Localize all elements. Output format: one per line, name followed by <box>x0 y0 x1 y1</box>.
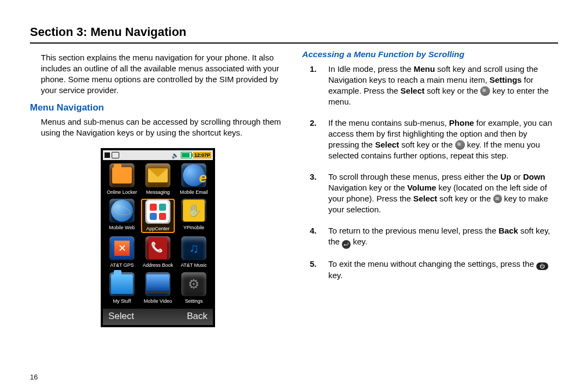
step-text: soft key or the <box>437 194 493 203</box>
app-appcenter[interactable]: AppCenter <box>141 199 175 233</box>
app-mobile-video[interactable]: Mobile Video <box>141 272 175 304</box>
step-1: In Idle mode, press the Menu soft key an… <box>323 64 558 108</box>
step-4: To return to the previous menu level, pr… <box>323 225 558 249</box>
end-key-icon: ⏻ <box>536 262 548 270</box>
step-bold: Select <box>413 194 437 203</box>
app-label: Address Book <box>143 262 173 268</box>
phone-screenshot: 🔈 12:07P Online Locker Messaging <box>101 148 215 327</box>
page-number: 16 <box>30 372 38 382</box>
app-mobile-email[interactable]: Mobile Email <box>177 163 211 195</box>
section-title: Section 3: Menu Navigation <box>30 24 558 40</box>
step-text: To return to the previous menu level, pr… <box>328 226 499 235</box>
subheading-menu-navigation: Menu Navigation <box>30 102 286 114</box>
app-label: AT&T Music <box>181 262 207 268</box>
app-label: YPmobile <box>183 224 205 231</box>
app-address-book[interactable]: Address Book <box>141 236 175 268</box>
ok-key-icon <box>480 86 490 96</box>
step-text: In Idle mode, press the <box>328 64 414 74</box>
app-att-gps[interactable]: AT&T GPS <box>105 236 139 268</box>
app-online-locker[interactable]: Online Locker <box>105 163 139 195</box>
app-label: AppCenter <box>146 225 169 232</box>
step-bold: Down <box>523 172 546 181</box>
phone-app-grid: Online Locker Messaging Mobile Email Mob… <box>103 160 213 309</box>
ok-key-icon <box>455 140 465 150</box>
signal-icon <box>105 152 110 158</box>
step-text: or <box>511 172 523 181</box>
left-column: This section explains the menu navigatio… <box>30 49 286 327</box>
app-label: Mobile Web <box>109 224 134 231</box>
step-text: To scroll through these menus, press eit… <box>328 172 500 181</box>
intro-paragraph: This section explains the menu navigatio… <box>41 52 286 96</box>
app-label: Settings <box>185 298 203 304</box>
app-label: Messaging <box>146 189 170 195</box>
sim-icon <box>112 152 119 158</box>
step-text: soft key or the <box>399 140 455 149</box>
volume-icon: 🔈 <box>171 151 179 160</box>
step-bold: Phone <box>449 118 474 127</box>
app-mobile-web[interactable]: Mobile Web <box>105 199 139 233</box>
step-bold: Up <box>500 172 511 181</box>
step-bold: Volume <box>407 183 436 192</box>
section-rule <box>30 42 558 44</box>
battery-icon <box>181 152 192 158</box>
softkey-back[interactable]: Back <box>187 310 207 323</box>
step-text: key. <box>328 271 342 280</box>
app-messaging[interactable]: Messaging <box>141 163 175 195</box>
step-3: To scroll through these menus, press eit… <box>323 171 558 216</box>
step-text: Navigation key or the <box>328 183 407 192</box>
subheading-accessing: Accessing a Menu Function by Scrolling <box>302 49 558 60</box>
step-text: If the menu contains sub-menus, <box>328 118 449 127</box>
back-key-icon: ⮐ <box>342 240 351 249</box>
softkey-select[interactable]: Select <box>108 310 134 323</box>
step-text: key. <box>351 237 367 246</box>
step-bold: Select <box>375 140 399 149</box>
app-settings[interactable]: ⚙ Settings <box>177 272 211 304</box>
app-label: Mobile Email <box>180 189 208 195</box>
step-text: soft key or the <box>425 86 481 95</box>
app-label: Mobile Video <box>144 298 172 304</box>
phone-statusbar: 🔈 12:07P <box>103 150 213 160</box>
clock: 12:07P <box>193 152 211 158</box>
steps-list: In Idle mode, press the Menu soft key an… <box>302 64 558 281</box>
app-label: AT&T GPS <box>110 262 134 268</box>
ok-key-icon <box>493 194 502 203</box>
app-att-music[interactable]: ♫ AT&T Music <box>177 236 211 268</box>
step-bold: Menu <box>414 64 435 74</box>
step-bold: Select <box>401 86 425 95</box>
right-column: Accessing a Menu Function by Scrolling I… <box>302 49 558 327</box>
phone-softkeys: Select Back <box>103 309 213 325</box>
step-5: To exit the menu without changing the se… <box>323 259 558 281</box>
app-label: Online Locker <box>107 189 137 195</box>
step-bold: Settings <box>489 75 522 84</box>
step-2: If the menu contains sub-menus, Phone fo… <box>323 118 558 162</box>
subheading-paragraph: Menus and sub-menus can be accessed by s… <box>41 117 286 139</box>
app-my-stuff[interactable]: My Stuff <box>105 272 139 304</box>
app-label: My Stuff <box>113 298 131 304</box>
step-bold: Back <box>499 226 518 235</box>
step-text: To exit the menu without changing the se… <box>328 259 536 268</box>
app-ypmobile[interactable]: YPmobile <box>177 199 211 233</box>
